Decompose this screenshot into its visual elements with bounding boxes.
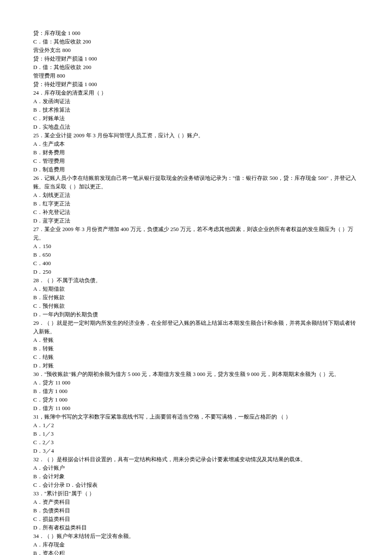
text-line: 33．"累计折旧"属于（ ） bbox=[33, 489, 359, 498]
text-line: 34．（ ）账户年末结转后一定没有余额。 bbox=[33, 532, 359, 541]
text-line: B．财务费用 bbox=[33, 148, 359, 157]
text-line: C．补充登记法 bbox=[33, 208, 359, 217]
text-line: 28．（ ）不属于流动负债。 bbox=[33, 276, 359, 285]
text-line: 31，账簿中书写的文字和数字应紧靠底线书写，上面要留有适当空格，不要写满格，一般… bbox=[33, 413, 359, 421]
text-line: A．库存现金 bbox=[33, 541, 359, 549]
text-line: C．预付账款 bbox=[33, 302, 359, 310]
text-line: B．应付账款 bbox=[33, 293, 359, 302]
text-line: B．650 bbox=[33, 251, 359, 259]
text-line: B．转账 bbox=[33, 344, 359, 353]
text-line: B．技术推算法 bbox=[33, 106, 359, 114]
text-line: 贷：库存现金 1 000 bbox=[33, 29, 359, 38]
text-line: D．3／4 bbox=[33, 447, 359, 455]
text-line: A．资产类科目 bbox=[33, 498, 359, 506]
text-line: D．一年内到期的长期负债 bbox=[33, 310, 359, 319]
text-line: C．400 bbox=[33, 259, 359, 268]
text-line: C．管理费用 bbox=[33, 157, 359, 165]
text-line: 29．（ ）就是把一定时期内所发生的经济业务，在全部登记入账的基础上结算出本期发… bbox=[33, 319, 359, 336]
text-line: 管理费用 800 bbox=[33, 72, 359, 80]
text-line: 32．（ ）是根据会计科目设置的，具有一定结构和格式，用来分类记录会计要素增减变… bbox=[33, 455, 359, 464]
text-line: 贷：待处理财产损溢 1 000 bbox=[33, 55, 359, 63]
text-line: D．所有者权益类科目 bbox=[33, 523, 359, 532]
text-line: A．生产成本 bbox=[33, 140, 359, 148]
document-body: 贷：库存现金 1 000C．借：其他应收款 200营业外支出 800贷：待处理财… bbox=[33, 29, 359, 555]
text-line: D．借方 11 000 bbox=[33, 404, 359, 413]
text-line: 25．某企业计提 2009 年 3 月份车间管理人员工资，应计入（ ）账户。 bbox=[33, 131, 359, 140]
text-line: 营业外支出 800 bbox=[33, 46, 359, 55]
text-line: D．对账 bbox=[33, 361, 359, 370]
text-line: B．资本公积 bbox=[33, 549, 359, 555]
text-line: 贷：待处理财产损溢 1 000 bbox=[33, 80, 359, 89]
text-line: B．借方 1 000 bbox=[33, 387, 359, 396]
text-line: B．负债类科目 bbox=[33, 506, 359, 515]
text-line: A．会计账户 bbox=[33, 464, 359, 472]
text-line: B．红字更正法 bbox=[33, 199, 359, 208]
text-line: C．损益类科目 bbox=[33, 515, 359, 523]
text-line: A．短期借款 bbox=[33, 285, 359, 293]
text-line: B．会计对象 bbox=[33, 472, 359, 481]
text-line: 30．"预收账款"账户的期初余额为借方 5 000 元，本期借方发生额 3 00… bbox=[33, 370, 359, 379]
text-line: D．借：其他应收款 200 bbox=[33, 63, 359, 72]
text-line: B．1／3 bbox=[33, 430, 359, 438]
text-line: D．蓝字更正法 bbox=[33, 217, 359, 225]
text-line: C．会计分录 D．会计报表 bbox=[33, 481, 359, 489]
text-line: 27．某企业 2009 年 3 月份资产增加 400 万元，负债减少 250 万… bbox=[33, 225, 359, 242]
text-line: D．实地盘点法 bbox=[33, 123, 359, 131]
text-line: D．250 bbox=[33, 268, 359, 276]
text-line: C．2／3 bbox=[33, 438, 359, 447]
text-line: C．贷方 1 000 bbox=[33, 396, 359, 404]
text-line: C．对账单法 bbox=[33, 114, 359, 123]
text-line: A．贷方 11 000 bbox=[33, 379, 359, 387]
text-line: A．发函询证法 bbox=[33, 97, 359, 106]
text-line: C．借：其他应收款 200 bbox=[33, 38, 359, 46]
text-line: C．结账 bbox=[33, 353, 359, 361]
text-line: A．150 bbox=[33, 242, 359, 251]
text-line: 24．库存现金的清查采用（ ） bbox=[33, 89, 359, 97]
text-line: D．制造费用 bbox=[33, 165, 359, 174]
text-line: A．划线更正法 bbox=[33, 191, 359, 199]
text-line: A．1／2 bbox=[33, 421, 359, 430]
text-line: 26．记账人员小李在结账前发现自己将一笔从银行提取现金的业务错误地记录为："借：… bbox=[33, 174, 359, 191]
text-line: A．登账 bbox=[33, 336, 359, 344]
